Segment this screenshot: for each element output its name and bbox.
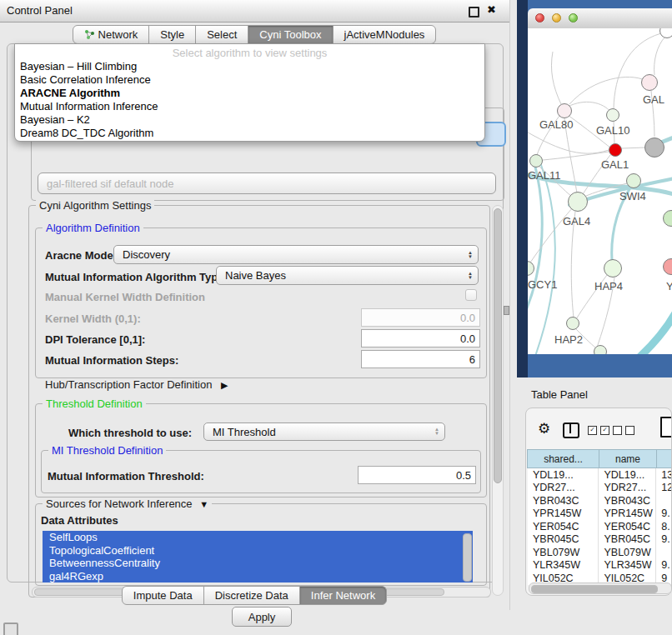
table-row[interactable]: YPR145WYPR145W9. (528, 508, 672, 521)
kernel-width-field[interactable]: 0.0 (361, 308, 480, 327)
tab-label: Network (98, 28, 138, 41)
algorithm-option-basic-correlation-inference[interactable]: Basic Correlation Inference (15, 73, 484, 87)
manual-kernel-checkbox[interactable] (465, 289, 477, 301)
network-window[interactable]: GAL80GAL10GAL1GAL11SWI4GAL4GALGCY1HAP4YH… (528, 8, 672, 354)
gear-icon[interactable]: ⚙ (538, 420, 550, 438)
screen: Control Panel ✖ NetworkStyleSelectCyni T… (0, 0, 672, 635)
select-all-checks-icon[interactable]: ✓✓ (588, 426, 609, 435)
node[interactable] (594, 345, 607, 354)
list-scrollbar-thumb[interactable] (463, 533, 472, 582)
table-cell: YDR27... (528, 482, 599, 495)
table-cell: 12 (656, 482, 672, 495)
node-gal10[interactable] (606, 108, 619, 122)
table-row[interactable]: YBR045CYBR045C9. (528, 533, 672, 547)
table-cell: 9. (656, 533, 672, 547)
table-cell: YDL19... (599, 468, 656, 482)
close-traffic-light[interactable] (535, 13, 544, 22)
mi-threshold-field[interactable]: 0.5 (358, 466, 476, 484)
table-row[interactable]: YBR043CYBR043C (528, 494, 672, 508)
node-gal[interactable] (641, 74, 658, 91)
table-cell: YLR345W (528, 559, 599, 572)
zoom-traffic-light[interactable] (569, 13, 578, 22)
table-header-shared[interactable]: shared... (527, 449, 599, 468)
network-window-titlebar[interactable] (528, 8, 672, 29)
node-label-y: Y (666, 280, 672, 292)
table-cell: YBL079W (599, 546, 656, 559)
settings-vscrollbar-thumb[interactable] (494, 208, 502, 483)
table-row[interactable]: YER054CYER054C8. (528, 520, 672, 533)
table-hscrollbar-thumb[interactable] (531, 585, 658, 593)
dpi-tolerance-field[interactable]: 0.0 (361, 329, 480, 348)
algorithm-option-bayesian-hill-climbing[interactable]: Bayesian – Hill Climbing (15, 60, 484, 73)
hub-section-toggle[interactable]: Hub/Transcription Factor Definition ▶ (45, 378, 228, 391)
spinner-icon: ▲▼ (468, 251, 473, 259)
attribute-item-selfloops[interactable]: SelfLoops (43, 531, 473, 544)
apply-button[interactable]: Apply (232, 607, 292, 627)
attribute-item-betweennesscentrality[interactable]: BetweennessCentrality (43, 557, 473, 570)
node[interactable] (644, 138, 664, 158)
collapse-down-icon[interactable]: ▼ (199, 499, 208, 509)
attribute-item-gal4rgexp[interactable]: gal4RGexp (43, 570, 473, 583)
which-threshold-label: Which threshold to use: (68, 427, 192, 439)
algorithm-option-dream8-dc-tdc-algorithm[interactable]: Dream8 DC_TDC Algorithm (15, 127, 484, 140)
node-gal1[interactable] (609, 143, 622, 157)
tab-jactivemnodules[interactable]: jActiveMNodules (333, 25, 437, 44)
spinner-icon: ▲▼ (468, 272, 473, 280)
control-panel-titlebar[interactable]: Control Panel ✖ (0, 0, 509, 22)
node-swi4[interactable] (626, 173, 641, 188)
algorithm-definition-title: Algorithm Definition (43, 222, 143, 234)
node-gal4[interactable] (568, 192, 588, 212)
mi-type-value: Naive Bayes (225, 269, 286, 282)
sources-group-title[interactable]: Sources for Network Inference ▼ (43, 498, 212, 510)
algorithm-option-aracne-algorithm[interactable]: ARACNE Algorithm (15, 87, 484, 100)
mi-steps-label: Mutual Information Steps: (45, 354, 178, 367)
data-attributes-label: Data Attributes (41, 514, 118, 527)
tab-style[interactable]: Style (148, 25, 196, 44)
aracne-mode-select[interactable]: Discovery ▲▼ (113, 245, 479, 264)
settings-group-title: Cyni Algorithm Settings (36, 199, 154, 212)
node-hap4[interactable] (604, 259, 622, 278)
close-icon[interactable]: ✖ (487, 3, 496, 16)
deselect-all-checks-icon[interactable] (613, 426, 634, 435)
algorithm-dropdown-prompt: Select algorithm to view settings (15, 44, 484, 60)
table-header-name[interactable]: name (599, 449, 657, 468)
network-view[interactable]: GAL80GAL10GAL1GAL11SWI4GAL4GALGCY1HAP4YH… (528, 28, 672, 354)
tab-discretize-data[interactable]: Discretize Data (203, 586, 300, 605)
algorithm-option-bayesian-k2[interactable]: Bayesian – K2 (15, 113, 484, 127)
tab-label: Style (160, 28, 184, 41)
algorithm-option-mutual-information-inference[interactable]: Mutual Information Inference (15, 100, 484, 113)
splitter-handle[interactable] (504, 306, 509, 315)
tab-cyni-toolbox[interactable]: Cyni Toolbox (248, 25, 333, 44)
mi-steps-field[interactable]: 6 (361, 350, 480, 368)
table-row[interactable]: YDL19...YDL19...13 (528, 468, 672, 482)
minimize-traffic-light[interactable] (552, 13, 561, 22)
export-table-icon[interactable] (660, 417, 672, 438)
columns-icon[interactable] (563, 422, 579, 438)
attribute-item-topologicalcoefficient[interactable]: TopologicalCoefficient (43, 544, 473, 558)
node-gal80[interactable] (557, 103, 572, 118)
table-row[interactable]: YDR27...YDR27...12 (528, 482, 672, 495)
tab-infer-network[interactable]: Infer Network (299, 586, 387, 605)
table-hscrollbar[interactable] (529, 582, 672, 594)
mi-type-select[interactable]: Naive Bayes ▲▼ (216, 266, 479, 285)
node-gal11[interactable] (529, 154, 543, 168)
network-table-combo[interactable]: gal-filtered sif default node (38, 172, 496, 194)
minimized-panel-icon[interactable] (3, 622, 18, 635)
tab-impute-data[interactable]: Impute Data (122, 586, 204, 605)
desktop-shadow (517, 0, 528, 378)
which-threshold-select[interactable]: MI Threshold ▲▼ (203, 422, 445, 441)
bottom-tab-bar: Impute DataDiscretize DataInfer Network (0, 586, 509, 605)
table-row[interactable]: YLR345WYLR345W9. (528, 559, 672, 572)
table-cell: YER054C (599, 520, 656, 533)
data-attributes-list[interactable]: SelfLoopsTopologicalCoefficientBetweenne… (43, 531, 473, 582)
tab-label: Impute Data (133, 589, 193, 602)
node-hap2[interactable] (566, 317, 579, 330)
table-row[interactable]: YBL079WYBL079W (528, 546, 672, 559)
table-header-col3[interactable] (656, 449, 672, 468)
tab-network[interactable]: Network (73, 25, 150, 44)
expand-right-icon[interactable]: ▶ (221, 380, 228, 390)
mi-threshold-label: Mutual Information Threshold: (48, 470, 204, 482)
float-window-icon[interactable] (469, 7, 479, 18)
table-cell: YPR145W (528, 508, 599, 521)
tab-select[interactable]: Select (195, 25, 248, 44)
